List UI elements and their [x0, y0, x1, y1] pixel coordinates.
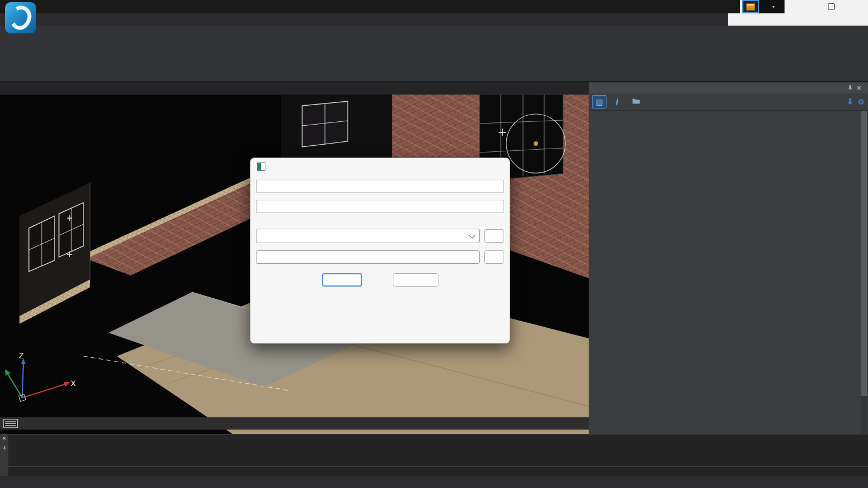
close-icon[interactable]: ✕: [2, 436, 7, 441]
project-structure-button[interactable]: [256, 200, 504, 213]
title-bar: ▾: [0, 0, 868, 13]
window-title: [300, 0, 729, 13]
svg-text:X: X: [71, 379, 76, 388]
scrollbar-thumb[interactable]: [861, 111, 867, 396]
chevron-down-icon: [468, 231, 476, 239]
command-line-gutter: ✕: [0, 435, 8, 476]
table-icon: [746, 3, 755, 11]
folder-icon: [632, 97, 640, 107]
close-button[interactable]: [845, 0, 867, 13]
project-manager-panel: ✕ ▥ i ⇩ ⚙: [589, 82, 868, 434]
document-tab-bar: [0, 82, 589, 95]
maximize-button[interactable]: [820, 0, 842, 13]
app-switcher-button[interactable]: [742, 0, 759, 13]
maximize-icon: [828, 3, 835, 10]
command-history: [8, 435, 868, 466]
project-tree: [589, 111, 860, 434]
layout-tab-bar: [0, 417, 589, 430]
status-bar: [0, 476, 868, 488]
panel-header: ✕: [589, 82, 868, 93]
dialog-icon: [257, 162, 265, 171]
cancel-button[interactable]: [393, 273, 438, 287]
gear-icon[interactable]: ⚙: [857, 97, 865, 106]
ribbon-light-strip: [728, 13, 868, 26]
ribbon: [0, 26, 868, 81]
nanocad-window: ▾: [0, 0, 868, 488]
info-mode-button[interactable]: i: [610, 95, 624, 109]
import-icon[interactable]: ⇩: [847, 97, 854, 106]
panel-toolbar: ▥ i ⇩ ⚙: [589, 93, 868, 111]
ribbon-divider: [0, 81, 868, 82]
panel-close-icon[interactable]: ✕: [855, 85, 864, 92]
ribbon-tab-bar: [0, 13, 868, 26]
pin-icon[interactable]: [846, 85, 855, 91]
command-line-panel: ✕: [0, 434, 868, 476]
export-ifc-dialog: [250, 157, 510, 344]
panel-scrollbar[interactable]: [861, 111, 867, 434]
svg-text:Z: Z: [19, 351, 24, 360]
minimize-button[interactable]: [796, 0, 818, 13]
result-file-input[interactable]: [256, 250, 480, 264]
layout-menu-icon[interactable]: [3, 419, 18, 428]
project-structure-button[interactable]: ▥: [592, 95, 606, 109]
ok-button[interactable]: [322, 273, 362, 287]
nanocad-logo: [5, 2, 36, 33]
project-name-input[interactable]: [256, 180, 504, 193]
specifier-browse-button[interactable]: [484, 229, 504, 243]
pin-icon[interactable]: [2, 443, 7, 454]
chevron-down-icon: ▾: [772, 4, 775, 9]
help-button[interactable]: ▾: [759, 0, 785, 13]
dialog-title-bar[interactable]: [250, 158, 510, 175]
command-prompt[interactable]: [8, 466, 868, 476]
file-browse-button[interactable]: [484, 250, 504, 264]
export-specifier-select[interactable]: [256, 229, 480, 243]
